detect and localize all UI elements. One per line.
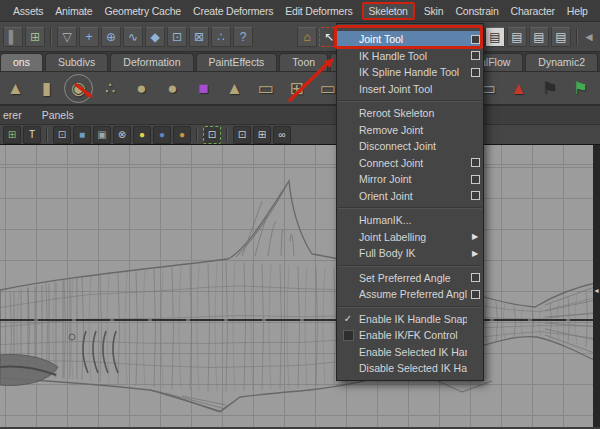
shaded-cube-icon[interactable]: ■ [73,126,91,144]
menu-item-disable-selected-ik-handles[interactable]: Disable Selected IK Handles [337,360,483,377]
shelf-tab-dynamic2[interactable]: Dynamic2 [525,53,598,71]
menu-item-mirror-joint[interactable]: Mirror Joint [337,171,483,188]
menu-animate[interactable]: Animate [52,3,95,19]
menu-item-label: IK Spline Handle Tool [359,66,467,78]
menu-item-assume-preferred-angle[interactable]: Assume Preferred Angle [337,286,483,303]
menu-help[interactable]: Help [564,3,591,19]
menu-edit-deformers[interactable]: Edit Deformers [282,3,355,19]
poly-cube-purple-icon[interactable]: ■ [190,75,217,102]
menu-item-connect-joint[interactable]: Connect Joint [337,155,483,172]
menu-geometry-cache[interactable]: Geometry Cache [101,3,184,19]
checker-flag-icon[interactable]: ⚑ [536,75,563,102]
layout-grid-icon[interactable]: ⊞ [25,27,45,47]
poly-cone-icon[interactable]: ▲ [2,75,29,102]
lock-icon[interactable]: ⌂ [297,27,317,47]
view-cube-icon[interactable]: ⊡ [233,126,251,144]
poly-sphere2-icon[interactable]: ● [159,75,186,102]
shelf-tab-deformation[interactable]: Deformation [110,53,193,71]
panel-menu-panels[interactable]: Panels [42,109,74,121]
option-box-icon[interactable] [467,290,483,299]
menu-item-insert-joint-tool[interactable]: Insert Joint Tool [337,81,483,98]
option-box-icon[interactable] [467,51,483,60]
poly-cubes-ring-icon: ◉ [71,80,86,97]
layout-icon[interactable]: ⊞ [253,126,271,144]
option-box-icon[interactable] [467,35,483,44]
use-all-lights-icon[interactable]: ⊗ [113,126,131,144]
menu-item-enable-ik-handle-snap[interactable]: ✓Enable IK Handle Snap [337,311,483,328]
share-icon[interactable]: ∞ [273,126,291,144]
menu-item-orient-joint[interactable]: Orient Joint [337,188,483,205]
move-tool-icon[interactable]: + [79,27,99,47]
menu-item-ik-handle-tool[interactable]: IK Handle Tool [337,48,483,65]
light-blue-icon[interactable]: ● [153,126,171,144]
menu-item-joint-labelling[interactable]: Joint Labelling▶ [337,229,483,246]
option-box-icon[interactable] [467,191,483,200]
poly-scatter-icon[interactable]: ∴ [97,75,124,102]
wireframe-cube-icon[interactable]: ⊡ [53,126,71,144]
shelf-tab-subdivs[interactable]: Subdivs [45,53,108,71]
menu-constrain[interactable]: Constrain [452,3,501,19]
poly-diamond-icon[interactable]: ◆ [145,27,165,47]
menu-item-label: Enable IK Handle Snap [359,313,467,325]
menu-create-deformers[interactable]: Create Deformers [190,3,276,19]
menu-item-set-preferred-angle[interactable]: Set Preferred Angle [337,270,483,287]
menu-item-disconnect-joint[interactable]: Disconnect Joint [337,138,483,155]
render-current-frame-icon: ▤ [511,31,522,43]
marquee-box-icon: ⊡ [172,31,182,43]
poly-pyramid-icon[interactable]: ▲ [221,75,248,102]
poly-sphere-icon[interactable]: ● [128,75,155,102]
joint-chain-icon[interactable]: ⊕ [101,27,121,47]
menu-item-reroot-skeleton[interactable]: Reroot Skeleton [337,105,483,122]
poly-plane-icon[interactable]: ▭ [252,75,279,102]
menu-item-enable-ik-fk-control[interactable]: Enable IK/FK Control [337,327,483,344]
snap-mode-icon[interactable]: ⊠ [189,27,209,47]
collapse-arrow-icon[interactable]: ◄ [583,27,595,47]
textured-cube-icon: ▣ [97,130,106,140]
option-box-icon[interactable] [467,68,483,77]
poly-scatter-icon: ∴ [105,80,116,97]
menu-item-joint-tool[interactable]: Joint Tool [337,31,483,48]
grid-snap-icon[interactable]: ⊞ [3,126,21,144]
menu-item-ik-spline-handle-tool[interactable]: IK Spline Handle Tool [337,64,483,81]
menu-assets[interactable]: Assets [10,3,46,19]
menu-item-full-body-ik[interactable]: Full Body IK▶ [337,245,483,262]
particle-icon[interactable]: ∴ [211,27,231,47]
poly-boxes-icon[interactable]: ⊞ [283,75,310,102]
help-icon[interactable]: ? [233,27,253,47]
render-current-frame-icon[interactable]: ▤ [507,27,527,47]
grid-snap-icon: ⊞ [8,130,16,140]
partial-icon[interactable]: ▌ [3,27,23,47]
menu-character[interactable]: Character [508,3,558,19]
render-view-icon[interactable]: ▤ [485,27,505,47]
textured-cube-icon[interactable]: ▣ [93,126,111,144]
shelf-tab-painteffects[interactable]: PaintEffects [196,53,278,71]
marquee-box-icon[interactable]: ⊡ [167,27,187,47]
option-box-icon[interactable] [467,158,483,167]
filter-icon[interactable]: ▽ [57,27,77,47]
viewport-3d[interactable]: ◂ [0,145,600,427]
menu-item-humanik[interactable]: HumanIK... [337,212,483,229]
checker-flag2-icon[interactable]: ⚑ [567,75,594,102]
shelf: ▲▮◉∴●●■▲▭⊞▭ ◆▭▲⚑⚑ [0,72,600,106]
option-box-icon[interactable] [467,175,483,184]
isolate-select-icon[interactable]: ⊡ [203,126,221,144]
menu-item-label: Enable Selected IK Handles [359,346,467,358]
option-box-icon[interactable] [467,273,483,282]
light-gold-icon[interactable]: ● [173,126,191,144]
render-settings-icon[interactable]: ▤ [551,27,571,47]
menu-skeleton[interactable]: Skeleton [362,2,415,20]
poly-cylinder-icon[interactable]: ▮ [33,75,60,102]
ipr-render-icon[interactable]: ▤ [529,27,549,47]
shelf-tab-ons[interactable]: ons [0,53,43,71]
poly-cubes-ring-icon[interactable]: ◉ [64,74,93,103]
curve-tool-icon[interactable]: ∿ [123,27,143,47]
emitter-icon[interactable]: ▲ [505,75,532,102]
tear-off-dashes[interactable] [339,25,481,30]
menu-item-enable-selected-ik-handles[interactable]: Enable Selected IK Handles [337,344,483,361]
panel-menu-erer[interactable]: erer [3,109,22,121]
light-yellow-icon[interactable]: ● [133,126,151,144]
shelf-tab-toon[interactable]: Toon [279,53,328,71]
menu-item-remove-joint[interactable]: Remove Joint [337,122,483,139]
text-icon[interactable]: T [23,126,41,144]
menu-skin[interactable]: Skin [421,3,447,19]
